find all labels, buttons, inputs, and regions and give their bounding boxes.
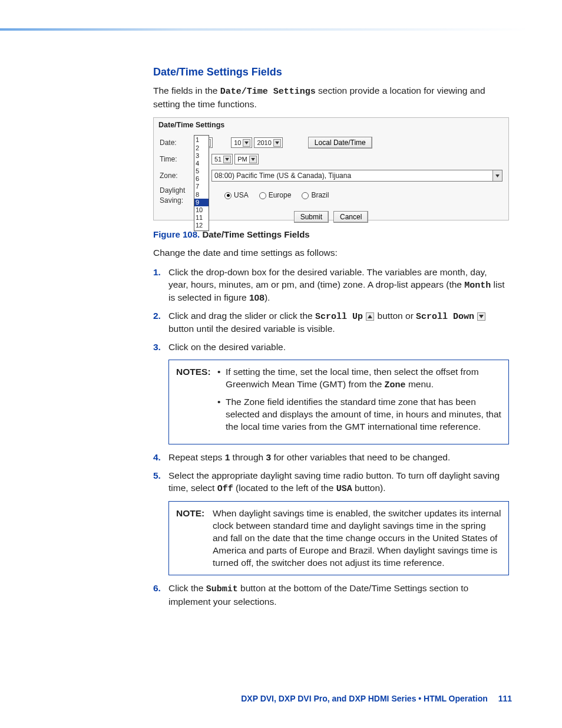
month-opt[interactable]: 11: [194, 214, 209, 222]
step-number: 5.: [153, 470, 168, 482]
submit-button[interactable]: Submit: [294, 211, 329, 223]
radio-dot-icon: [302, 192, 309, 199]
time-row: Time: 51 PM: [160, 153, 503, 166]
step-3: 3. Click on the desired variable.: [153, 341, 509, 354]
intro-text-1: The fields in the: [153, 85, 220, 95]
cancel-button[interactable]: Cancel: [333, 211, 368, 223]
note-item: The Zone field identifies the standard t…: [217, 396, 501, 433]
panel-body: 1 2 3 4 5 6 7 8 9 10 11 12 Date: 9: [154, 133, 508, 226]
bold-3: 3: [266, 452, 271, 462]
step-1: 1. Click the drop-down box for the desir…: [153, 266, 509, 304]
step-number: 4.: [153, 452, 168, 464]
radio-brazil-label: Brazil: [311, 190, 329, 200]
chevron-down-icon: [223, 156, 231, 163]
day-select[interactable]: 10: [231, 137, 252, 148]
ampm-select[interactable]: PM: [234, 154, 259, 164]
step-number: 1.: [153, 266, 168, 279]
month-opt-selected[interactable]: 9: [194, 199, 209, 206]
text: Click the drop-down box for the desired …: [168, 267, 487, 289]
day-value: 10: [234, 139, 241, 147]
scroll-down-icon: [477, 312, 485, 321]
month-opt[interactable]: 6: [194, 175, 209, 183]
step-body: Repeat steps 1 through 3 for other varia…: [168, 452, 509, 464]
text: (located to the left of the: [233, 483, 336, 493]
text: for other variables that need to be chan…: [271, 452, 450, 462]
panel-title: Date/Time Settings: [154, 118, 508, 133]
step-4: 4. Repeat steps 1 through 3 for other va…: [153, 452, 509, 464]
step-body: Select the appropriate daylight saving t…: [168, 470, 509, 495]
minute-select[interactable]: 51: [211, 154, 233, 164]
code-off: Off: [217, 484, 233, 494]
radio-europe-label: Europe: [269, 190, 292, 200]
step-body: Click on the desired variable.: [168, 341, 509, 354]
month-opt[interactable]: 12: [194, 222, 209, 229]
ampm-value: PM: [237, 155, 247, 164]
step-body: Click the Submit button at the bottom of…: [168, 582, 509, 608]
code-month: Month: [464, 281, 491, 291]
step-number: 6.: [153, 582, 168, 595]
date-row: Date: 9 10 2010 Local Date/: [160, 136, 503, 149]
text: Click and drag the slider or click the: [168, 311, 315, 321]
month-opt[interactable]: 2: [194, 144, 209, 152]
month-dropdown-list[interactable]: 1 2 3 4 5 6 7 8 9 10 11 12: [194, 135, 209, 230]
page: Date/Time Settings Fields The fields in …: [0, 0, 562, 728]
text: button or: [378, 311, 416, 321]
radio-brazil[interactable]: Brazil: [302, 190, 329, 200]
month-opt[interactable]: 1: [194, 136, 209, 144]
code-scroll-down: Scroll Down: [416, 312, 474, 322]
radio-europe[interactable]: Europe: [259, 190, 292, 200]
month-opt[interactable]: 4: [194, 160, 209, 167]
code-scroll-up: Scroll Up: [315, 312, 363, 322]
page-footer: DXP DVI, DXP DVI Pro, and DXP HDMI Serie…: [241, 693, 512, 704]
text: button).: [352, 483, 386, 493]
month-opt[interactable]: 3: [194, 152, 209, 160]
zone-value: 08:00) Pacific Time (US & Canada), Tijua…: [214, 171, 351, 180]
figure-caption-text: Date/Time Settings Fields: [202, 229, 309, 239]
intro-paragraph: The fields in the Date/Time Settings sec…: [153, 85, 509, 110]
dst-row: Daylight Saving: USA Europe Brazil: [160, 186, 503, 205]
step-body: Click and drag the slider or click the S…: [168, 310, 509, 335]
month-opt[interactable]: 10: [194, 206, 209, 214]
zone-row: Zone: 08:00) Pacific Time (US & Canada),…: [160, 169, 503, 182]
page-number: 111: [498, 694, 512, 703]
step-number: 2.: [153, 310, 168, 322]
content-column: Date/Time Settings Fields The fields in …: [153, 65, 509, 608]
radio-usa[interactable]: USA: [224, 190, 249, 200]
zone-select[interactable]: 08:00) Pacific Time (US & Canada), Tijua…: [211, 170, 503, 182]
footer-text: DXP DVI, DXP DVI Pro, and DXP HDMI Serie…: [241, 694, 488, 703]
text: menu.: [406, 379, 434, 389]
intro-code: Date/Time Settings: [220, 87, 316, 97]
year-value: 2010: [257, 139, 271, 147]
step-body: Click the drop-down box for the desired …: [168, 266, 509, 304]
datetime-settings-panel: Date/Time Settings 1 2 3 4 5 6 7 8 9 10 …: [153, 117, 509, 220]
note-body: When daylight savings time is enabled, t…: [213, 508, 501, 569]
code-usa: USA: [336, 484, 352, 494]
radio-dot-icon: [259, 192, 266, 199]
section-heading: Date/Time Settings Fields: [153, 65, 509, 79]
change-settings-line: Change the date and time settings as fol…: [153, 247, 509, 259]
fig-ref: 108: [249, 292, 265, 302]
step-2: 2. Click and drag the slider or click th…: [153, 310, 509, 335]
time-label: Time:: [160, 154, 195, 164]
radio-usa-label: USA: [234, 190, 249, 200]
month-opt[interactable]: 8: [194, 191, 209, 199]
chevron-down-icon: [492, 170, 502, 181]
radio-dot-icon: [224, 192, 232, 199]
top-gradient-bar: [0, 28, 527, 31]
notes-list: If setting the time, set the local time,…: [217, 366, 501, 433]
month-opt[interactable]: 7: [194, 183, 209, 190]
month-opt[interactable]: 5: [194, 167, 209, 175]
text: Repeat steps: [168, 452, 225, 462]
dst-label: Daylight Saving:: [160, 186, 195, 205]
text: Click the: [168, 583, 206, 593]
zone-label: Zone:: [160, 171, 195, 180]
steps-list: 1. Click the drop-down box for the desir…: [153, 266, 509, 354]
step-number: 3.: [153, 341, 168, 354]
text: ).: [265, 292, 270, 302]
step-6: 6. Click the Submit button at the bottom…: [153, 582, 509, 608]
local-datetime-button[interactable]: Local Date/Time: [308, 137, 372, 149]
note-box-single: NOTE: When daylight savings time is enab…: [168, 501, 509, 576]
year-select[interactable]: 2010: [254, 137, 282, 148]
bold-1: 1: [225, 452, 230, 462]
note-item: If setting the time, set the local time,…: [217, 366, 501, 391]
